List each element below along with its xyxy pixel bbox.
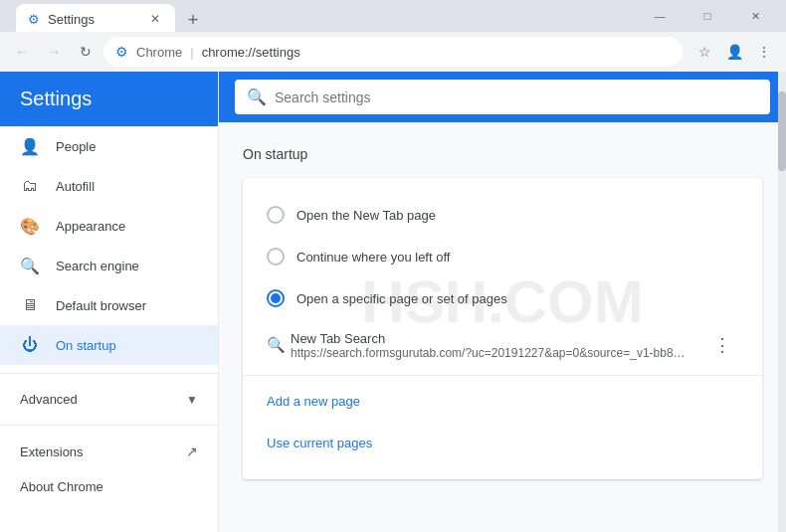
settings-tab[interactable]: ⚙ Settings ✕ xyxy=(16,4,175,34)
chrome-menu-button[interactable]: ⋮ xyxy=(750,38,778,66)
maximize-icon: □ xyxy=(704,10,711,22)
sidebar-label-default-browser: Default browser xyxy=(56,298,146,313)
minimize-button[interactable]: — xyxy=(637,0,683,32)
autofill-icon: 🗂 xyxy=(20,176,40,196)
new-tab-button[interactable]: + xyxy=(179,6,207,34)
reload-button[interactable]: ↻ xyxy=(72,38,99,66)
advanced-arrow-icon: ▼ xyxy=(186,393,198,407)
sidebar-item-autofill[interactable]: 🗂 Autofill xyxy=(0,166,218,206)
sidebar-label-search-engine: Search engine xyxy=(56,259,139,273)
radio-label-continue: Continue where you left off xyxy=(296,250,450,265)
back-icon: ← xyxy=(15,44,29,60)
minimize-icon: — xyxy=(655,10,666,22)
bookmark-button[interactable]: ☆ xyxy=(690,38,718,66)
reload-icon: ↻ xyxy=(80,44,92,60)
search-engine-icon: 🔍 xyxy=(20,256,40,275)
default-browser-icon: 🖥 xyxy=(20,295,40,315)
tab-close-button[interactable]: ✕ xyxy=(147,11,163,27)
sidebar-header: Settings xyxy=(0,72,218,126)
sidebar-title: Settings xyxy=(20,88,92,109)
sidebar-divider xyxy=(0,373,218,374)
url-text: chrome://settings xyxy=(202,45,300,60)
account-button[interactable]: 👤 xyxy=(720,38,748,66)
title-bar: ⚙ Settings ✕ + — □ ✕ xyxy=(0,0,786,32)
entry-search-icon: 🔍 xyxy=(267,336,286,354)
address-bar: ← → ↻ ⚙ Chrome | chrome://settings ☆ 👤 ⋮ xyxy=(0,32,786,72)
advanced-label: Advanced xyxy=(20,392,78,407)
browser-content: Settings 👤 People 🗂 Autofill 🎨 Appearanc… xyxy=(0,72,786,532)
tab-favicon: ⚙ xyxy=(28,12,40,27)
entry-more-button[interactable]: ⋮ xyxy=(706,329,738,361)
radio-circle-continue xyxy=(267,248,285,266)
add-new-page-container: Add a new page xyxy=(243,380,762,422)
search-bar[interactable]: 🔍 xyxy=(235,80,770,114)
forward-icon: → xyxy=(47,44,61,60)
url-bar[interactable]: ⚙ Chrome | chrome://settings xyxy=(103,37,683,67)
account-icon: 👤 xyxy=(726,44,743,60)
sidebar-item-appearance[interactable]: 🎨 Appearance xyxy=(0,206,218,246)
search-entry-row: 🔍 New Tab Search https://search.formsgur… xyxy=(243,319,762,371)
advanced-bottom-section[interactable]: Advanced ▼ xyxy=(243,519,762,532)
menu-icon: ⋮ xyxy=(757,44,771,60)
browser-window: ⚙ Settings ✕ + — □ ✕ ← → ↻ xyxy=(0,0,786,532)
window-controls: — □ ✕ xyxy=(637,0,778,32)
radio-specific-page[interactable]: Open a specific page or set of pages xyxy=(243,277,762,319)
sidebar-label-appearance: Appearance xyxy=(56,219,125,234)
on-startup-icon: ⏻ xyxy=(20,335,40,355)
radio-label-new-tab: Open the New Tab page xyxy=(296,208,436,223)
close-button[interactable]: ✕ xyxy=(732,0,778,32)
appearance-icon: 🎨 xyxy=(20,216,40,236)
extensions-label: Extensions xyxy=(20,444,84,459)
sidebar-label-autofill: Autofill xyxy=(56,179,95,194)
close-icon: ✕ xyxy=(751,10,760,23)
entry-content: New Tab Search https://search.formsgurut… xyxy=(291,331,694,360)
chrome-label: Chrome xyxy=(136,45,182,60)
search-bar-container: 🔍 xyxy=(219,72,786,122)
search-input[interactable] xyxy=(275,89,758,105)
chrome-logo-icon: ⚙ xyxy=(115,44,128,60)
radio-open-new-tab[interactable]: Open the New Tab page xyxy=(243,194,762,236)
back-button[interactable]: ← xyxy=(8,38,36,66)
sidebar-label-people: People xyxy=(56,139,96,154)
maximize-button[interactable]: □ xyxy=(685,0,730,32)
sidebar-label-on-startup: On startup xyxy=(56,338,116,353)
content-area: On startup Open the New Tab page Continu… xyxy=(219,122,786,532)
startup-options-card: Open the New Tab page Continue where you… xyxy=(243,178,762,479)
tab-title: Settings xyxy=(48,12,95,27)
entry-url: https://search.formsgurutab.com/?uc=2019… xyxy=(291,346,688,360)
more-vert-icon: ⋮ xyxy=(713,334,731,356)
use-current-pages-link[interactable]: Use current pages xyxy=(267,436,372,450)
radio-circle-new-tab xyxy=(267,206,285,224)
scrollbar[interactable] xyxy=(778,72,786,532)
external-link-icon: ↗ xyxy=(186,443,198,459)
tab-bar: ⚙ Settings ✕ + xyxy=(8,0,633,34)
toolbar-right: ☆ 👤 ⋮ xyxy=(690,38,778,66)
sidebar-item-on-startup[interactable]: ⏻ On startup xyxy=(0,325,218,365)
url-separator: | xyxy=(190,45,193,60)
radio-label-specific: Open a specific page or set of pages xyxy=(296,291,507,306)
search-bar-icon: 🔍 xyxy=(247,88,267,106)
section-title: On startup xyxy=(243,146,762,162)
sidebar: Settings 👤 People 🗂 Autofill 🎨 Appearanc… xyxy=(0,72,219,532)
card-divider xyxy=(243,375,762,376)
sidebar-extensions[interactable]: Extensions ↗ xyxy=(0,434,218,469)
sidebar-item-search-engine[interactable]: 🔍 Search engine xyxy=(0,246,218,285)
main-content: 🔍 On startup Open the New Tab page xyxy=(219,72,786,532)
add-new-page-link[interactable]: Add a new page xyxy=(267,394,360,409)
people-icon: 👤 xyxy=(20,136,40,156)
forward-button[interactable]: → xyxy=(40,38,68,66)
sidebar-advanced-section[interactable]: Advanced ▼ xyxy=(0,382,218,417)
radio-continue[interactable]: Continue where you left off xyxy=(243,236,762,277)
sidebar-item-default-browser[interactable]: 🖥 Default browser xyxy=(0,285,218,325)
sidebar-divider-2 xyxy=(0,425,218,426)
entry-title: New Tab Search xyxy=(291,331,694,346)
sidebar-item-people[interactable]: 👤 People xyxy=(0,126,218,166)
about-chrome-label: About Chrome xyxy=(20,479,103,494)
star-icon: ☆ xyxy=(698,44,711,60)
radio-circle-specific xyxy=(267,289,285,307)
scrollbar-thumb[interactable] xyxy=(778,91,786,171)
use-current-pages-container: Use current pages xyxy=(243,422,762,463)
sidebar-item-about-chrome[interactable]: About Chrome xyxy=(0,469,218,504)
